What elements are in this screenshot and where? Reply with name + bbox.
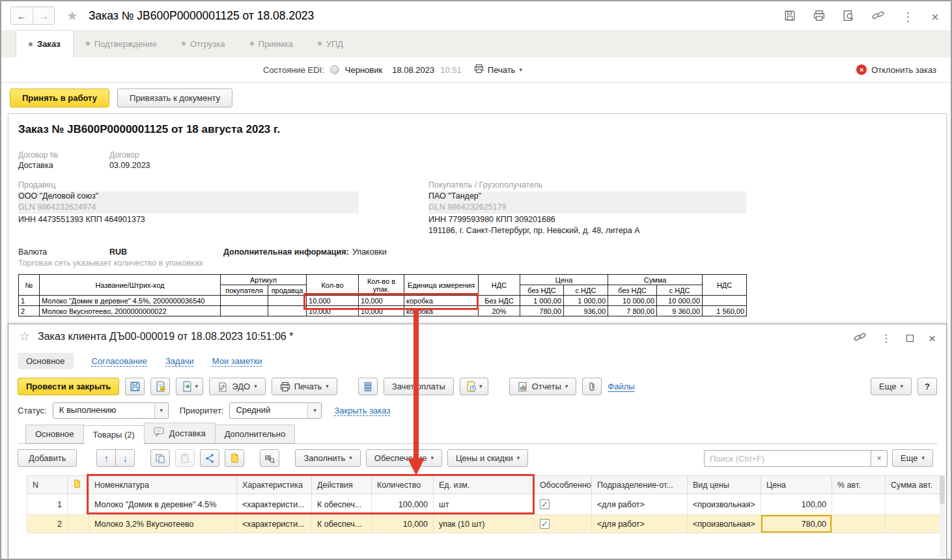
cell-quantity[interactable]: 100,000 — [372, 494, 434, 515]
scheduled-doc-button[interactable]: ▾ — [460, 378, 488, 395]
table-more-button[interactable]: Еще▾ — [892, 449, 933, 467]
close-window-icon[interactable]: × — [929, 332, 936, 344]
cell-department[interactable]: <для работ> — [592, 515, 688, 533]
paste-button[interactable] — [175, 449, 195, 467]
col-pct-auto[interactable]: % авт. — [832, 476, 886, 494]
tab-upd[interactable]: УПД — [305, 30, 356, 57]
col-separate[interactable]: Обособленно — [535, 476, 592, 494]
nav-approval[interactable]: Согласование — [92, 356, 147, 366]
tab-delivery[interactable]: Доставка — [144, 423, 216, 443]
files-link[interactable]: Файлы — [608, 382, 634, 391]
cell-pct-auto[interactable] — [832, 494, 886, 515]
tab-confirmation[interactable]: Подтверждение — [74, 30, 169, 57]
back-icon[interactable]: ← — [11, 7, 33, 24]
cell-unit[interactable]: упак (10 шт) — [434, 515, 535, 533]
cell-price-selected[interactable]: 780,00 — [761, 515, 832, 533]
cell-sum-auto[interactable] — [886, 515, 940, 533]
status-select-button[interactable]: ▾ — [154, 403, 168, 418]
col-unit[interactable]: Ед. изм. — [434, 476, 535, 494]
cell-n[interactable]: 1 — [27, 494, 68, 515]
fill-button[interactable]: Заполнить▾ — [295, 449, 360, 467]
supply-button[interactable]: Обеспечение▾ — [366, 449, 442, 467]
tab-acceptance[interactable]: Приемка — [238, 30, 305, 57]
post-document-button[interactable] — [150, 378, 170, 395]
cell-characteristic[interactable]: <характеристи... — [237, 515, 312, 533]
registers-button[interactable] — [358, 378, 378, 395]
cell-pct-auto[interactable] — [832, 515, 886, 533]
search-clear-icon[interactable]: × — [871, 450, 888, 467]
col-price-type[interactable]: Вид цены — [688, 476, 761, 494]
add-row-button[interactable]: Добавить — [18, 449, 77, 467]
help-button[interactable]: ? — [917, 378, 937, 395]
tab-additional[interactable]: Дополнительно — [215, 425, 296, 443]
checkbox-checked[interactable]: ✓ — [540, 519, 550, 529]
col-price[interactable]: Цена — [761, 476, 832, 494]
col-doc-flag[interactable] — [68, 476, 89, 494]
bind-to-document-button[interactable]: Привязать к документу — [117, 89, 232, 107]
reject-order-button[interactable]: × Отклонить заказ — [856, 64, 936, 75]
post-and-close-button[interactable]: Провести и закрыть — [18, 378, 119, 395]
save-button[interactable] — [125, 378, 145, 395]
tab-shipment[interactable]: Отгрузка — [169, 30, 238, 57]
link-icon[interactable] — [854, 331, 866, 346]
edo-button[interactable]: ЭДО▾ — [209, 378, 265, 395]
nav-notes[interactable]: Мои заметки — [212, 356, 262, 366]
tab-main[interactable]: Основное — [25, 425, 84, 443]
attach-button[interactable] — [582, 378, 602, 395]
checkbox-checked[interactable]: ✓ — [540, 499, 550, 509]
print-icon[interactable] — [813, 10, 825, 24]
col-department[interactable]: Подразделение-от... — [592, 476, 688, 494]
cell-separate[interactable]: ✓ — [535, 494, 592, 515]
cell-separate[interactable]: ✓ — [535, 515, 592, 533]
col-sum-auto[interactable]: Сумма авт. — [886, 476, 940, 494]
col-quantity[interactable]: Количество — [372, 476, 434, 494]
maximize-icon[interactable] — [906, 335, 914, 342]
cell-unit[interactable]: шт — [434, 494, 535, 515]
create-based-on-button[interactable]: ▾ — [176, 378, 203, 395]
vertical-scrollbar[interactable] — [940, 475, 945, 557]
more-actions-icon[interactable]: ⋮ — [881, 332, 891, 344]
cell-doc-flag[interactable] — [68, 515, 89, 533]
cell-quantity[interactable]: 10,000 — [372, 515, 434, 533]
scrollbar-thumb[interactable] — [940, 475, 945, 504]
favorite-star-outline-icon[interactable]: ☆ — [19, 330, 30, 343]
favorite-star-icon[interactable]: ★ — [66, 9, 78, 22]
save-icon[interactable] — [784, 10, 796, 24]
accept-to-work-button[interactable]: Принять в работу — [10, 89, 109, 107]
more-button[interactable]: Еще▾ — [871, 378, 912, 395]
cell-doc-flag[interactable] — [68, 494, 89, 515]
cell-n[interactable]: 2 — [27, 515, 68, 533]
open-doc-button[interactable] — [225, 449, 244, 467]
cell-price-type[interactable]: <произвольная> — [688, 515, 761, 533]
move-down-button[interactable]: ↓ — [115, 449, 135, 467]
priority-select-button[interactable]: ▾ — [307, 403, 321, 418]
cell-price[interactable]: 100,00 — [761, 494, 832, 515]
col-n[interactable]: N — [27, 476, 68, 494]
cell-department[interactable]: <для работ> — [592, 494, 688, 515]
nav-main[interactable]: Основное — [18, 353, 74, 369]
barcode-scanner-button[interactable] — [260, 449, 279, 467]
tab-order[interactable]: Заказ — [16, 30, 74, 57]
nav-tasks[interactable]: Задачи — [165, 356, 194, 366]
print-menu[interactable]: Печать ▾ — [474, 64, 522, 76]
forward-icon[interactable]: → — [33, 7, 54, 24]
prices-discounts-button[interactable]: Цены и скидки▾ — [447, 449, 528, 467]
link-icon[interactable] — [872, 9, 884, 24]
preview-icon[interactable] — [843, 10, 854, 24]
close-window-icon[interactable]: × — [931, 10, 939, 23]
print-button[interactable]: Печать▾ — [272, 378, 337, 395]
close-order-link[interactable]: Закрыть заказ — [334, 406, 390, 415]
search-input[interactable] — [704, 450, 871, 467]
split-row-button[interactable] — [200, 449, 219, 467]
payment-offset-button[interactable]: Зачет оплаты — [384, 378, 454, 395]
status-select[interactable]: К выполнению ▾ — [53, 402, 169, 419]
more-actions-icon[interactable]: ⋮ — [902, 11, 914, 23]
cell-nomenclature[interactable]: Молоко 3,2% Вкуснотеево — [89, 515, 237, 533]
col-nomenclature[interactable]: Номенклатура — [89, 476, 237, 494]
tab-goods[interactable]: Товары (2) — [83, 425, 145, 444]
col-characteristic[interactable]: Характеристика — [237, 476, 312, 494]
cell-characteristic[interactable]: <характеристи... — [237, 494, 312, 515]
col-actions[interactable]: Действия — [312, 476, 372, 494]
move-up-button[interactable]: ↑ — [96, 449, 116, 467]
priority-select[interactable]: Средний ▾ — [229, 402, 322, 419]
